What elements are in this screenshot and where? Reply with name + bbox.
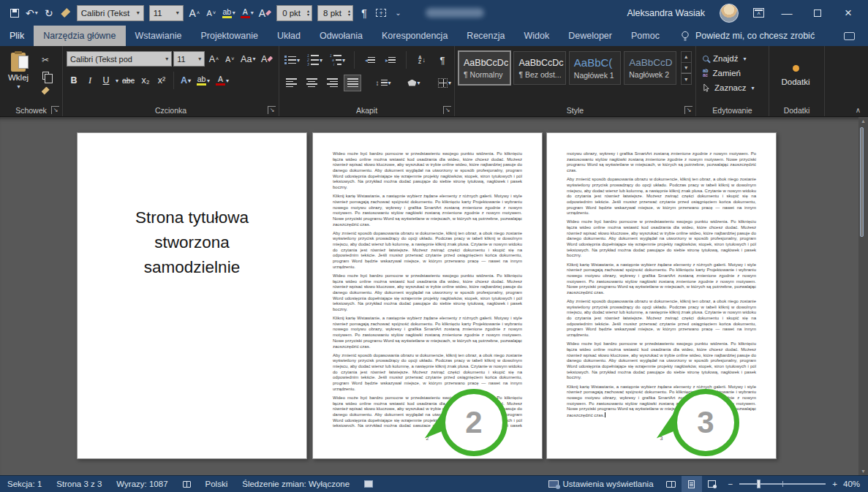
- multilevel-list-button[interactable]: 1ai▾: [328, 53, 347, 68]
- sort-button[interactable]: AZ↓: [414, 53, 430, 68]
- style-naglowek-2[interactable]: AaBbCcDNagłówek 2: [624, 51, 676, 85]
- status-section[interactable]: Sekcja: 1: [0, 476, 49, 492]
- status-word-count[interactable]: Wyrazy: 1087: [109, 476, 175, 492]
- underline-dropdown[interactable]: ▾: [116, 77, 118, 84]
- grow-font-button[interactable]: A˄: [206, 51, 221, 67]
- font-color-button[interactable]: A▾: [241, 5, 254, 21]
- tab-uklad[interactable]: Układ: [268, 26, 310, 46]
- styles-dialog-launcher[interactable]: ↘: [684, 106, 692, 114]
- zoom-slider[interactable]: [739, 483, 826, 485]
- decrease-indent-button[interactable]: ◂: [362, 53, 378, 68]
- close-button[interactable]: ×: [840, 5, 856, 21]
- shading-button[interactable]: ▾: [406, 75, 422, 91]
- redo-button[interactable]: ↻: [43, 5, 55, 21]
- spacing-before-spinner[interactable]: 0 pkt▴▾: [276, 5, 312, 21]
- tab-deweloper[interactable]: Deweloper: [559, 26, 622, 46]
- borders-button[interactable]: ▾: [437, 75, 453, 91]
- save-button[interactable]: [9, 5, 20, 21]
- page-3[interactable]: motywu obrazy, wykresy i grafika SmartAr…: [546, 132, 777, 459]
- style-normalny[interactable]: AaBbCcDc¶ Normalny: [458, 51, 510, 85]
- shrink-font-button[interactable]: A˅: [205, 5, 217, 21]
- minimize-button[interactable]: —: [779, 5, 795, 21]
- chevron-down-icon[interactable]: ▾: [388, 80, 391, 86]
- text-effects-button[interactable]: A▾: [178, 73, 193, 88]
- tab-narzedzia-glowne[interactable]: Narzędzia główne: [34, 26, 125, 46]
- avatar[interactable]: [720, 4, 739, 23]
- status-proofing[interactable]: [176, 476, 198, 492]
- copy-button[interactable]: [37, 69, 53, 82]
- status-page-count[interactable]: Strona 3 z 3: [49, 476, 109, 492]
- tell-me-search[interactable]: Powiedz mi, co chcesz zrobić: [681, 26, 815, 46]
- paragraph-dialog-launcher[interactable]: ↘: [443, 106, 451, 114]
- zoom-slider-thumb[interactable]: [757, 480, 761, 488]
- styles-scroll-up[interactable]: ▲: [682, 52, 691, 63]
- spacing-after-spinner[interactable]: 8 pkt▴▾: [317, 5, 353, 21]
- align-center-button[interactable]: [303, 75, 320, 91]
- clipboard-dialog-launcher[interactable]: ↘: [51, 106, 59, 114]
- font-size-combo[interactable]: 11▾: [173, 51, 205, 67]
- addins-button[interactable]: Dodatki: [773, 51, 818, 99]
- bullets-button[interactable]: ▾: [283, 53, 301, 68]
- ribbon-display-options-button[interactable]: ˄: [753, 8, 764, 18]
- increase-indent-button[interactable]: ▸: [382, 53, 399, 68]
- chevron-down-icon[interactable]: ▾: [18, 83, 20, 90]
- chevron-down-icon[interactable]: ▾: [226, 77, 229, 84]
- tab-plik[interactable]: Plik: [0, 26, 34, 46]
- page-2[interactable]: Wideo może być bardzo pomocne w przedsta…: [312, 132, 543, 459]
- qat-font-name-combo[interactable]: Calibri (Tekst▾: [77, 5, 144, 21]
- status-language[interactable]: Polski: [198, 476, 235, 492]
- clear-formatting-button[interactable]: A: [259, 5, 271, 21]
- select-button[interactable]: Zaznacz▾: [700, 80, 765, 95]
- numbering-button[interactable]: 123▾: [306, 53, 324, 68]
- change-case-button[interactable]: Aa▾: [238, 51, 257, 67]
- grow-font-button[interactable]: A˄: [189, 5, 200, 21]
- chevron-down-icon[interactable]: ▾: [233, 8, 235, 18]
- show-marks-button[interactable]: ¶: [358, 5, 370, 21]
- restore-button[interactable]: [809, 5, 826, 21]
- tab-recenzja[interactable]: Recenzja: [457, 26, 514, 46]
- undo-button[interactable]: ↶▾: [26, 5, 38, 21]
- clear-formatting-button[interactable]: A: [259, 51, 275, 67]
- text-highlight-button[interactable]: ab▾: [222, 5, 235, 21]
- web-layout-button[interactable]: [702, 476, 722, 492]
- bold-button[interactable]: B: [67, 73, 81, 88]
- replace-button[interactable]: abacZamień: [700, 66, 765, 80]
- chat-icon[interactable]: [844, 32, 855, 40]
- paste-button[interactable]: Wklej ▾: [4, 51, 33, 97]
- zoom-out-button[interactable]: −: [728, 480, 733, 488]
- tab-wstawianie[interactable]: Wstawianie: [126, 26, 192, 46]
- shrink-font-button[interactable]: A˅: [222, 51, 237, 67]
- display-settings-button[interactable]: Ustawienia wyświetlania: [541, 476, 661, 492]
- vertical-scrollbar[interactable]: ▲ ▼: [858, 117, 868, 475]
- spinner-arrows[interactable]: ▴▾: [307, 10, 309, 17]
- font-name-combo[interactable]: Calibri (Tekst pod▾: [67, 51, 172, 67]
- zoom-level[interactable]: 40%: [843, 480, 868, 488]
- style-naglowek-1[interactable]: AaBbC(Nagłówek 1: [569, 51, 621, 85]
- screen-clip-button[interactable]: +: [375, 5, 387, 21]
- find-button[interactable]: Znajdź▾: [700, 51, 765, 66]
- collapse-ribbon-button[interactable]: ∧: [856, 106, 861, 114]
- tab-pomoc[interactable]: Pomoc: [622, 26, 669, 46]
- font-color-button[interactable]: A▾: [214, 73, 231, 88]
- styles-scroll-down[interactable]: ▼: [682, 63, 691, 74]
- format-painter-small-button[interactable]: [37, 84, 53, 97]
- style-bez-odstepow[interactable]: AaBbCcDc¶ Bez odst...: [513, 51, 565, 85]
- page-2-body[interactable]: Wideo może być bardzo pomocne w przedsta…: [313, 133, 542, 427]
- align-right-button[interactable]: [324, 75, 340, 91]
- format-painter-button[interactable]: [60, 5, 72, 21]
- chevron-down-icon[interactable]: ▾: [342, 57, 345, 64]
- spinner-arrows[interactable]: ▴▾: [348, 10, 350, 17]
- page-3-body[interactable]: motywu obrazy, wykresy i grafika SmartAr…: [547, 133, 776, 427]
- qat-font-size-combo[interactable]: 11▾: [149, 5, 184, 21]
- tab-odwolania[interactable]: Odwołania: [310, 26, 372, 46]
- user-name[interactable]: Aleksandra Wasiak: [627, 8, 705, 18]
- print-layout-button[interactable]: [682, 476, 702, 492]
- zoom-in-button[interactable]: +: [832, 480, 837, 488]
- tab-widok[interactable]: Widok: [514, 26, 559, 46]
- italic-button[interactable]: I: [83, 73, 97, 88]
- scrollbar-thumb[interactable]: [860, 127, 864, 237]
- cut-button[interactable]: ✂: [37, 53, 53, 67]
- chevron-down-icon[interactable]: ▾: [417, 80, 420, 86]
- styles-gallery-more[interactable]: ▼: [682, 73, 691, 84]
- status-track-changes[interactable]: Śledzenie zmian: Wyłączone: [235, 476, 357, 492]
